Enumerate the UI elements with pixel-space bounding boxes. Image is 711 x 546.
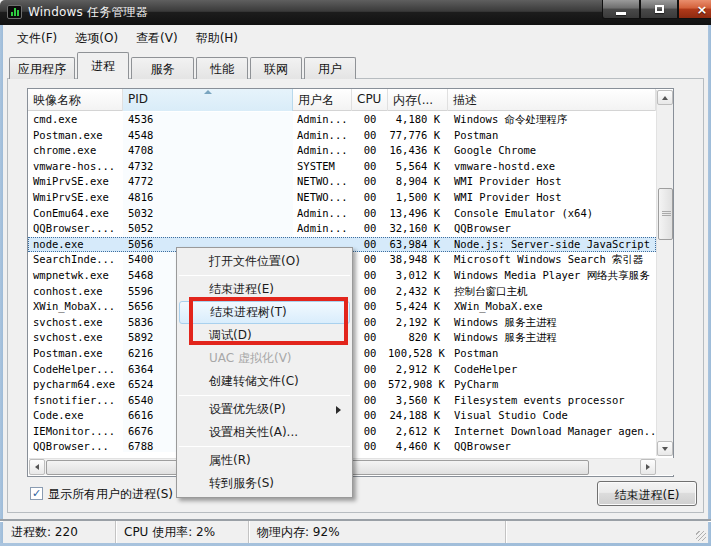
cell-cpu: 00 (352, 112, 388, 128)
cell-name: ConEmu64.exe (28, 206, 123, 222)
tab-0[interactable]: 应用程序 (9, 57, 75, 79)
scrollbar-corner (656, 458, 674, 475)
cell-mem: 820 K (388, 330, 448, 346)
end-process-button[interactable]: 结束进程(E) (597, 481, 697, 506)
window-border-left (0, 25, 3, 546)
table-row[interactable]: ConEmu64.exe5032Admin...0013,496 KConsol… (28, 206, 656, 222)
column-header-label: CPU (357, 92, 381, 106)
tab-4[interactable]: 联网 (250, 57, 302, 79)
cell-mem: 38,948 K (388, 252, 448, 268)
cell-desc: WMI Provider Host (448, 174, 656, 190)
table-row[interactable]: WmiPrvSE.exe4772NETWO...008,904 KWMI Pro… (28, 174, 656, 190)
column-header-5[interactable]: 描述 (448, 89, 656, 111)
cell-mem: 2,192 K (388, 315, 448, 331)
menubar-item-0[interactable]: 文件(F) (8, 27, 66, 50)
submenu-arrow-icon (336, 406, 341, 414)
cell-desc: WMI Provider Host (448, 190, 656, 206)
menu-item-label: 设置优先级(P) (209, 402, 286, 416)
menubar-item-1[interactable]: 选项(O) (66, 27, 127, 50)
cell-name: WmiPrvSE.exe (28, 190, 123, 206)
cell-pid: 4816 (123, 190, 293, 206)
cell-desc: Console Emulator (x64) (448, 206, 656, 222)
cell-mem: 5,564 K (388, 159, 448, 175)
cell-cpu: 00 (352, 393, 388, 409)
cell-cpu: 00 (352, 268, 388, 284)
tab-1[interactable]: 进程 (77, 52, 129, 79)
table-header: 映像名称PID用户名CPU内存(...描述 (28, 89, 656, 111)
cell-name: IEMonitor.... (28, 424, 123, 440)
cell-cpu: 00 (352, 315, 388, 331)
column-header-1[interactable]: PID (123, 89, 293, 111)
cell-desc: Windows 服务主进程 (448, 330, 656, 346)
resize-grip[interactable] (696, 531, 706, 541)
column-header-4[interactable]: 内存(... (388, 89, 448, 111)
cell-desc: Windows 命令处理程序 (448, 112, 656, 128)
cell-name: SearchInde... (28, 252, 123, 268)
cell-cpu: 00 (352, 330, 388, 346)
cell-pid: 5032 (123, 206, 293, 222)
cell-mem: 4,180 K (388, 112, 448, 128)
cell-cpu: 00 (352, 221, 388, 237)
cell-name: QQBrowser.... (28, 221, 123, 237)
cell-cpu: 00 (352, 362, 388, 378)
context-menu-item-6[interactable]: 创建转储文件(C) (179, 370, 350, 393)
column-header-0[interactable]: 映像名称 (28, 89, 123, 111)
cell-desc: Visual Studio Code (448, 408, 656, 424)
status-bar: 进程数: 220CPU 使用率: 2%物理内存: 92% (3, 521, 708, 543)
cell-name: pycharm64.exe (28, 377, 123, 393)
cell-cpu: 00 (352, 424, 388, 440)
cell-desc: QQBrowser (448, 221, 656, 237)
context-menu-item-9[interactable]: 设置相关性(A)... (179, 421, 350, 444)
title-bar[interactable]: Windows 任务管理器 × (0, 0, 711, 25)
context-menu-item-11[interactable]: 属性(R) (179, 449, 350, 472)
tab-3[interactable]: 性能 (196, 57, 248, 79)
cell-mem: 63,984 K (388, 237, 448, 253)
table-row[interactable]: vmware-hos...4732SYSTEM005,564 Kvmware-h… (28, 159, 656, 175)
cell-desc: vmware-hostd.exe (448, 159, 656, 175)
context-menu-item-0[interactable]: 打开文件位置(O) (179, 250, 350, 273)
context-menu-item-8[interactable]: 设置优先级(P) (179, 398, 350, 421)
scroll-up-icon[interactable] (657, 90, 673, 105)
cell-name: chrome.exe (28, 143, 123, 159)
scroll-left-icon[interactable] (29, 459, 45, 475)
scroll-right-icon[interactable] (640, 459, 656, 475)
cell-mem: 572,908 K (388, 377, 448, 393)
table-row[interactable]: WmiPrvSE.exe4816NETWO...001,500 KWMI Pro… (28, 190, 656, 206)
vertical-scrollbar[interactable] (656, 90, 673, 456)
tab-5[interactable]: 用户 (304, 57, 356, 79)
tab-2[interactable]: 服务 (131, 57, 194, 79)
cell-desc: Windows Media Player 网络共享服务 (448, 268, 656, 284)
cell-mem: 24,188 K (388, 408, 448, 424)
context-menu-item-12[interactable]: 转到服务(S) (179, 472, 350, 495)
check-icon: ✓ (32, 487, 41, 500)
column-header-3[interactable]: CPU (352, 89, 388, 111)
column-header-2[interactable]: 用户名 (293, 89, 352, 111)
vertical-scroll-thumb[interactable] (658, 188, 673, 240)
task-manager-window: Windows 任务管理器 × 文件(F)选项(O)查看(V)帮助(H) 应用程… (0, 0, 711, 546)
menubar-item-2[interactable]: 查看(V) (127, 27, 187, 50)
cell-mem: 77,776 K (388, 128, 448, 144)
show-all-users-checkbox[interactable]: ✓ (30, 487, 43, 500)
menu-item-label: 设置相关性(A)... (209, 425, 298, 439)
cell-name: cmd.exe (28, 112, 123, 128)
menu-item-label: 打开文件位置(O) (209, 254, 300, 268)
table-row[interactable]: cmd.exe4536Admin...004,180 KWindows 命令处理… (28, 112, 656, 128)
cell-desc: PyCharm (448, 377, 656, 393)
minimize-button[interactable] (602, 0, 640, 19)
cell-cpu: 00 (352, 346, 388, 362)
scroll-down-icon[interactable] (657, 441, 673, 456)
cell-desc: Google Chrome (448, 143, 656, 159)
cell-desc: QQBrowser (448, 439, 656, 452)
maximize-button[interactable] (640, 0, 678, 19)
cell-name: Postman.exe (28, 346, 123, 362)
cell-pid: 4732 (123, 159, 293, 175)
cell-mem: 2,912 K (388, 362, 448, 378)
cell-mem: 16,436 K (388, 143, 448, 159)
menu-bar: 文件(F)选项(O)查看(V)帮助(H) (4, 27, 707, 50)
table-row[interactable]: Postman.exe4548Admin...0077,776 KPostman (28, 128, 656, 144)
table-row[interactable]: QQBrowser....5052Admin...0032,160 KQQBro… (28, 221, 656, 237)
close-button[interactable]: × (678, 0, 711, 19)
menu-item-label: 创建转储文件(C) (209, 374, 299, 388)
table-row[interactable]: chrome.exe4708Admin...0016,436 KGoogle C… (28, 143, 656, 159)
menubar-item-3[interactable]: 帮助(H) (187, 27, 247, 50)
